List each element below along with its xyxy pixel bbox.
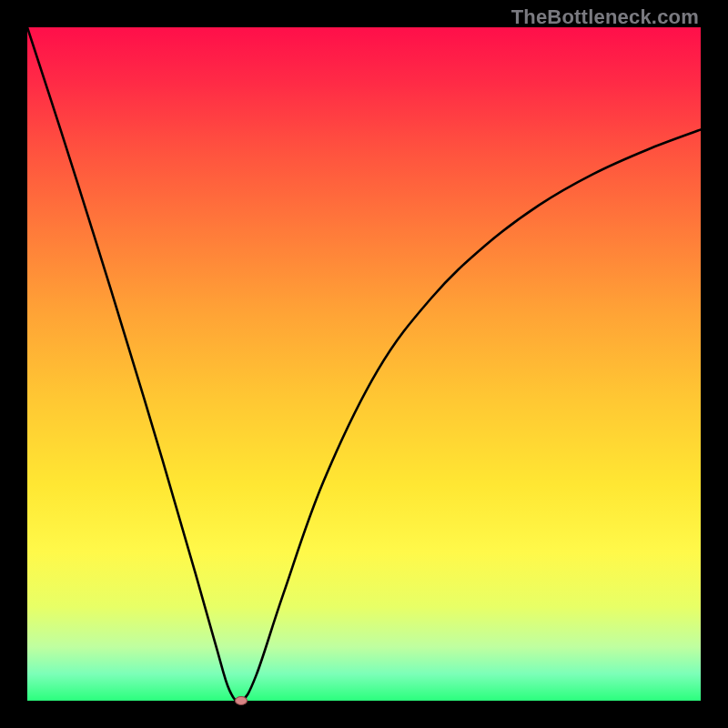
chart-frame: TheBottleneck.com	[0, 0, 728, 728]
plot-area	[27, 27, 701, 701]
minimum-marker	[235, 696, 248, 705]
bottleneck-curve	[27, 27, 701, 701]
curve-svg	[27, 27, 701, 701]
watermark: TheBottleneck.com	[511, 5, 699, 29]
